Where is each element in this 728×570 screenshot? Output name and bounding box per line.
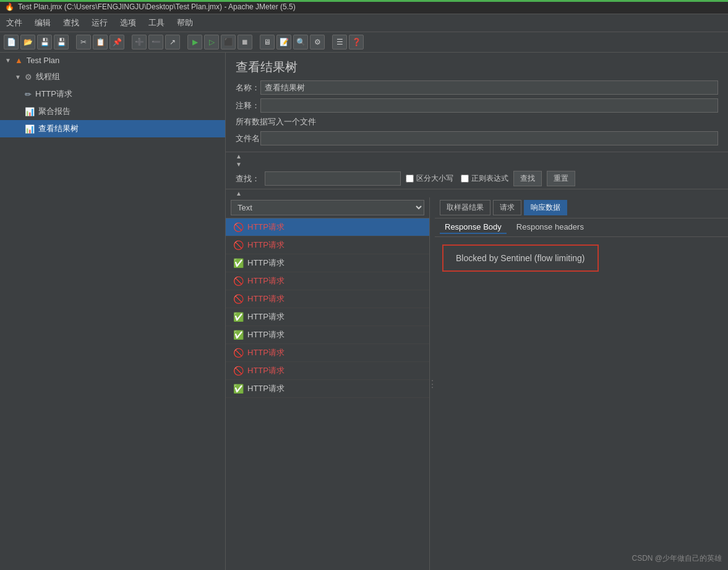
resulttree-icon: 📊: [25, 124, 35, 134]
request-item-1[interactable]: 🚫HTTP请求: [226, 218, 429, 236]
sidebar-item-testplan[interactable]: ▼ ▲ Test Plan: [0, 53, 225, 68]
menu-item-文件[interactable]: 文件: [4, 16, 25, 30]
tab-sampler[interactable]: 取样器结果: [440, 200, 490, 215]
request-item-8[interactable]: 🚫HTTP请求: [226, 344, 429, 362]
remote-btn[interactable]: 🖥: [260, 35, 275, 50]
request-label: HTTP请求: [247, 329, 285, 340]
template-btn[interactable]: 📝: [276, 35, 291, 50]
open-btn[interactable]: 📂: [20, 35, 35, 50]
request-item-5[interactable]: 🚫HTTP请求: [226, 290, 429, 308]
run-btn[interactable]: ▶: [187, 35, 202, 50]
bottom-area: Text XML JSON HTML 🚫HTTP请求🚫HTTP请求✅HTTP请求…: [226, 197, 728, 570]
content-area: 查看结果树 名称： 注释： 所有数据写入一个文件 文件名 ▲ ▼ 查找：: [226, 53, 728, 570]
glasses-btn[interactable]: 🔍: [293, 35, 308, 50]
testplan-icon: ▲: [15, 56, 23, 65]
request-label: HTTP请求: [247, 347, 285, 358]
sidebar-item-resulttree-label: 查看结果树: [38, 123, 79, 134]
menu-item-编辑[interactable]: 编辑: [32, 16, 53, 30]
request-item-3[interactable]: ✅HTTP请求: [226, 254, 429, 272]
sidebar-item-testplan-label: Test Plan: [27, 56, 59, 65]
remove-btn[interactable]: ➖: [148, 35, 163, 50]
arrow-btn[interactable]: ↗: [165, 35, 180, 50]
add-btn[interactable]: ➕: [132, 35, 147, 50]
menu-item-查找[interactable]: 查找: [61, 16, 82, 30]
sub-tab-body[interactable]: Response Body: [440, 221, 507, 234]
request-item-9[interactable]: 🚫HTTP请求: [226, 362, 429, 380]
menu-item-选项[interactable]: 选项: [118, 16, 139, 30]
search-row: 查找： 区分大小写 正则表达式 查找 重置: [226, 168, 728, 189]
stop-btn[interactable]: ⬛: [221, 35, 236, 50]
request-label: HTTP请求: [247, 222, 285, 233]
filename-input[interactable]: [260, 131, 718, 145]
request-item-10[interactable]: ✅HTTP请求: [226, 380, 429, 398]
tab-request[interactable]: 请求: [493, 200, 521, 215]
sidebar-item-threadgroup-label: 线程组: [36, 71, 60, 82]
sub-tabs-row: Response Body Response headers: [435, 218, 728, 237]
request-item-7[interactable]: ✅HTTP请求: [226, 326, 429, 344]
name-input[interactable]: [260, 80, 718, 95]
save2-btn[interactable]: 💾: [54, 35, 69, 50]
regex-checkbox[interactable]: [461, 175, 469, 183]
settings-btn[interactable]: ⚙: [310, 35, 325, 50]
main-area: ▼ ▲ Test Plan ▼ ⚙ 线程组 ✏ HTTP请求 📊 聚合报告 📊 …: [0, 53, 728, 570]
search-options: 区分大小写 正则表达式: [406, 173, 508, 184]
regex-label[interactable]: 正则表达式: [461, 173, 508, 184]
copy-btn[interactable]: 📋: [93, 35, 108, 50]
help-btn[interactable]: ❓: [349, 35, 364, 50]
search-button[interactable]: 查找: [513, 171, 542, 186]
request-item-6[interactable]: ✅HTTP请求: [226, 308, 429, 326]
toolbar: 📄 📂 💾 💾 ✂ 📋 📌 ➕ ➖ ↗ ▶ ▷ ⬛ ⏹ 🖥 📝 🔍 ⚙ ☰ ❓: [0, 32, 728, 53]
menu-bar: 文件编辑查找运行选项工具帮助: [0, 14, 728, 32]
new-btn[interactable]: 📄: [4, 35, 19, 50]
sidebar-item-http-label: HTTP请求: [35, 89, 72, 100]
comment-row: 注释：: [236, 98, 718, 113]
format-select[interactable]: Text XML JSON HTML: [231, 200, 424, 215]
request-item-2[interactable]: 🚫HTTP请求: [226, 236, 429, 254]
request-label: HTTP请求: [247, 365, 285, 376]
run-no-pause-btn[interactable]: ▷: [204, 35, 219, 50]
search-input[interactable]: [265, 171, 401, 186]
resize-handle[interactable]: ⋮: [430, 197, 435, 570]
gear-icon: ⚙: [25, 72, 32, 82]
chevron-icon: ▼: [5, 57, 11, 64]
scroll-up: ▲: [226, 152, 728, 160]
menu-item-工具[interactable]: 工具: [146, 16, 167, 30]
title-text: Test Plan.jmx (C:\Users\FENGJINGJU\Deskt…: [18, 2, 296, 11]
sub-tab-headers[interactable]: Response headers: [512, 221, 589, 234]
request-label: HTTP请求: [247, 311, 285, 322]
case-sensitive-label[interactable]: 区分大小写: [406, 173, 453, 184]
request-label: HTTP请求: [247, 383, 285, 394]
fail-icon: 🚫: [233, 294, 244, 304]
list-btn[interactable]: ☰: [332, 35, 347, 50]
title-bar: 🔥 Test Plan.jmx (C:\Users\FENGJINGJU\Des…: [0, 0, 728, 14]
watermark: CSDN @少年做自己的英雄: [632, 553, 722, 564]
list-panel: Text XML JSON HTML 🚫HTTP请求🚫HTTP请求✅HTTP请求…: [226, 197, 430, 570]
chevron-icon2: ▼: [15, 74, 21, 80]
menu-item-运行[interactable]: 运行: [89, 16, 110, 30]
filename-row: 文件名: [236, 131, 718, 145]
fail-icon: 🚫: [233, 222, 244, 232]
case-sensitive-checkbox[interactable]: [406, 175, 414, 183]
request-label: HTTP请求: [247, 257, 285, 269]
tab-response[interactable]: 响应数据: [524, 200, 567, 215]
menu-item-帮助[interactable]: 帮助: [174, 16, 195, 30]
reset-button[interactable]: 重置: [547, 171, 575, 186]
sentinel-message: Blocked by Sentinel (flow limiting): [442, 244, 599, 272]
sidebar-item-threadgroup[interactable]: ▼ ⚙ 线程组: [0, 68, 225, 85]
all-data-text: 所有数据写入一个文件: [236, 116, 718, 127]
stop2-btn[interactable]: ⏹: [238, 35, 252, 50]
cut-btn[interactable]: ✂: [76, 35, 91, 50]
sidebar-item-resulttree[interactable]: 📊 查看结果树: [0, 120, 225, 137]
request-item-4[interactable]: 🚫HTTP请求: [226, 272, 429, 290]
fail-icon: 🚫: [233, 366, 244, 376]
sidebar-item-http[interactable]: ✏ HTTP请求: [0, 85, 225, 103]
title-icon: 🔥: [5, 2, 14, 11]
comment-input[interactable]: [260, 98, 718, 113]
format-row: Text XML JSON HTML: [226, 197, 429, 218]
search-label: 查找：: [236, 173, 260, 184]
sidebar-item-aggregate[interactable]: 📊 聚合报告: [0, 103, 225, 120]
save-btn[interactable]: 💾: [37, 35, 52, 50]
request-label: HTTP请求: [247, 275, 285, 287]
paste-btn[interactable]: 📌: [109, 35, 124, 50]
response-body: Blocked by Sentinel (flow limiting): [435, 237, 728, 570]
